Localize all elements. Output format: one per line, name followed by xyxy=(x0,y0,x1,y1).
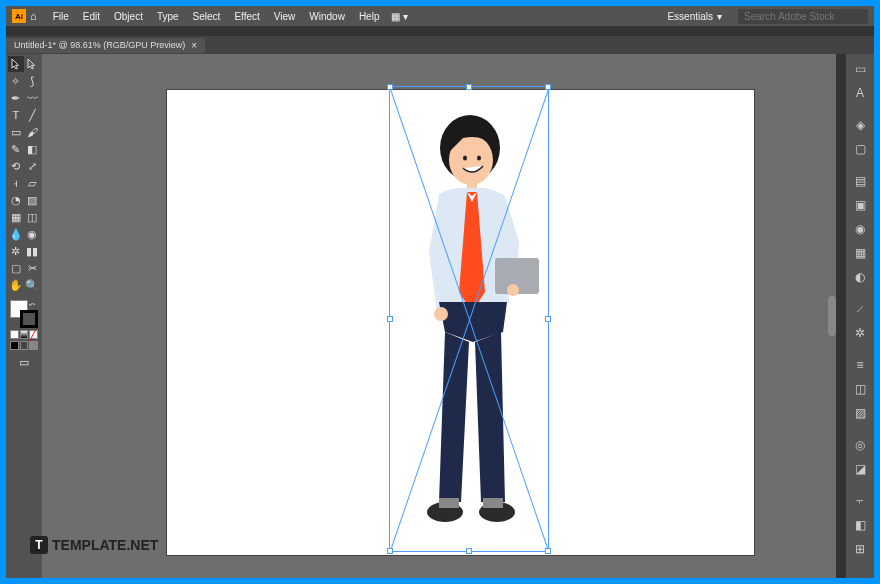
resize-handle-icon[interactable] xyxy=(545,84,551,90)
color-controls: ⤺ ╱ ▭ xyxy=(8,298,40,371)
search-input[interactable] xyxy=(738,9,868,24)
right-dock-strip xyxy=(836,54,846,578)
placed-illustration[interactable] xyxy=(395,102,540,542)
svg-point-6 xyxy=(507,284,519,296)
watermark: T TEMPLATE.NET xyxy=(30,536,158,554)
free-transform-tool-icon[interactable]: ▱ xyxy=(25,175,41,191)
menu-type[interactable]: Type xyxy=(151,9,185,24)
type-tool-icon[interactable]: T xyxy=(8,107,24,123)
color-panel-icon[interactable]: ◉ xyxy=(846,218,874,240)
resize-handle-icon[interactable] xyxy=(466,84,472,90)
arrange-documents-icon[interactable]: ▦ ▾ xyxy=(391,11,408,22)
libraries-panel-icon[interactable]: ▤ xyxy=(846,170,874,192)
menu-effect[interactable]: Effect xyxy=(228,9,265,24)
artboards-panel-icon[interactable]: ▢ xyxy=(846,138,874,160)
perspective-tool-icon[interactable]: ▨ xyxy=(25,192,41,208)
mesh-tool-icon[interactable]: ▦ xyxy=(8,209,24,225)
line-tool-icon[interactable]: ╱ xyxy=(25,107,41,123)
align-panel-icon[interactable]: ⫟ xyxy=(846,490,874,512)
watermark-icon: T xyxy=(30,536,48,554)
swatches-panel-icon[interactable]: ▦ xyxy=(846,242,874,264)
right-panel-dock: ▭ A ◈ ▢ ▤ ▣ ◉ ▦ ◐ ⟋ ✲ ≡ ◫ ▨ ◎ ◪ ⫟ ◧ ⊞ xyxy=(846,54,874,578)
transparency-panel-icon[interactable]: ▨ xyxy=(846,402,874,424)
resize-handle-icon[interactable] xyxy=(545,548,551,554)
scrollbar-thumb[interactable] xyxy=(828,296,836,336)
resize-handle-icon[interactable] xyxy=(387,548,393,554)
document-tab[interactable]: Untitled-1* @ 98.61% (RGB/GPU Preview) × xyxy=(6,38,205,53)
app-logo-icon[interactable]: Ai xyxy=(12,9,26,23)
graphic-styles-panel-icon[interactable]: ◪ xyxy=(846,458,874,480)
draw-inside-icon[interactable] xyxy=(29,341,38,350)
home-icon[interactable]: ⌂ xyxy=(30,10,37,22)
gradient-mode-icon[interactable] xyxy=(20,330,29,339)
eraser-tool-icon[interactable]: ◧ xyxy=(25,141,41,157)
gradient-tool-icon[interactable]: ◫ xyxy=(25,209,41,225)
menu-file[interactable]: File xyxy=(47,9,75,24)
screen-mode-icon[interactable]: ▭ xyxy=(10,356,38,369)
swap-fill-stroke-icon[interactable]: ⤺ xyxy=(29,300,36,309)
appearance-panel-icon[interactable]: ◎ xyxy=(846,434,874,456)
menu-object[interactable]: Object xyxy=(108,9,149,24)
resize-handle-icon[interactable] xyxy=(466,548,472,554)
scale-tool-icon[interactable]: ⤢ xyxy=(25,158,41,174)
svg-point-2 xyxy=(463,156,467,161)
color-mode-icon[interactable] xyxy=(10,330,19,339)
symbol-sprayer-tool-icon[interactable]: ✲ xyxy=(8,243,24,259)
stroke-color-icon[interactable] xyxy=(20,310,38,328)
pathfinder-panel-icon[interactable]: ◧ xyxy=(846,514,874,536)
shaper-tool-icon[interactable]: ✎ xyxy=(8,141,24,157)
menu-select[interactable]: Select xyxy=(187,9,227,24)
color-guide-panel-icon[interactable]: ◐ xyxy=(846,266,874,288)
control-bar xyxy=(6,26,874,36)
main-area: ✧⟆ ✒〰 T╱ ▭🖌 ✎◧ ⟲⤢ ⫞▱ ◔▨ ▦◫ 💧◉ ✲▮▮ ▢✂ ✋🔍 … xyxy=(6,54,874,578)
tab-label: Untitled-1* @ 98.61% (RGB/GPU Preview) xyxy=(14,40,185,50)
workspace-switcher[interactable]: Essentials ▾ xyxy=(659,9,730,24)
pen-tool-icon[interactable]: ✒ xyxy=(8,90,24,106)
shape-builder-tool-icon[interactable]: ◔ xyxy=(8,192,24,208)
rotate-tool-icon[interactable]: ⟲ xyxy=(8,158,24,174)
slice-tool-icon[interactable]: ✂ xyxy=(25,260,41,276)
symbols-panel-icon[interactable]: ✲ xyxy=(846,322,874,344)
menu-view[interactable]: View xyxy=(268,9,302,24)
draw-behind-icon[interactable] xyxy=(20,341,29,350)
direct-selection-tool-icon[interactable] xyxy=(25,56,41,72)
none-mode-icon[interactable]: ╱ xyxy=(29,330,38,339)
draw-normal-icon[interactable] xyxy=(10,341,19,350)
canvas[interactable] xyxy=(42,54,836,578)
transform-panel-icon[interactable]: ⊞ xyxy=(846,538,874,560)
rectangle-tool-icon[interactable]: ▭ xyxy=(8,124,24,140)
brushes-panel-icon[interactable]: ⟋ xyxy=(846,298,874,320)
gradient-panel-icon[interactable]: ◫ xyxy=(846,378,874,400)
eyedropper-tool-icon[interactable]: 💧 xyxy=(8,226,24,242)
curvature-tool-icon[interactable]: 〰 xyxy=(25,90,41,106)
paintbrush-tool-icon[interactable]: 🖌 xyxy=(25,124,41,140)
zoom-tool-icon[interactable]: 🔍 xyxy=(25,277,41,293)
resize-handle-icon[interactable] xyxy=(387,84,393,90)
menu-edit[interactable]: Edit xyxy=(77,9,106,24)
hand-tool-icon[interactable]: ✋ xyxy=(8,277,24,293)
column-graph-tool-icon[interactable]: ▮▮ xyxy=(25,243,41,259)
stroke-panel-icon[interactable]: ≡ xyxy=(846,354,874,376)
asset-export-panel-icon[interactable]: ▣ xyxy=(846,194,874,216)
width-tool-icon[interactable]: ⫞ xyxy=(8,175,24,191)
artboard-tool-icon[interactable]: ▢ xyxy=(8,260,24,276)
properties-panel-icon[interactable]: ▭ xyxy=(846,58,874,80)
svg-point-11 xyxy=(434,307,448,321)
fill-stroke-swatch[interactable]: ⤺ xyxy=(10,300,38,328)
menu-help[interactable]: Help xyxy=(353,9,386,24)
blend-tool-icon[interactable]: ◉ xyxy=(25,226,41,242)
artboard xyxy=(167,90,754,555)
layers-panel-icon[interactable]: ◈ xyxy=(846,114,874,136)
lasso-tool-icon[interactable]: ⟆ xyxy=(25,73,41,89)
selection-tool-icon[interactable] xyxy=(8,56,24,72)
character-panel-icon[interactable]: A xyxy=(846,82,874,104)
magic-wand-tool-icon[interactable]: ✧ xyxy=(8,73,24,89)
resize-handle-icon[interactable] xyxy=(545,316,551,322)
chevron-down-icon: ▾ xyxy=(717,11,722,22)
document-tab-bar: Untitled-1* @ 98.61% (RGB/GPU Preview) × xyxy=(6,36,874,54)
resize-handle-icon[interactable] xyxy=(387,316,393,322)
close-icon[interactable]: × xyxy=(191,40,197,51)
toolbox: ✧⟆ ✒〰 T╱ ▭🖌 ✎◧ ⟲⤢ ⫞▱ ◔▨ ▦◫ 💧◉ ✲▮▮ ▢✂ ✋🔍 … xyxy=(6,54,42,578)
menu-window[interactable]: Window xyxy=(303,9,351,24)
svg-rect-10 xyxy=(483,498,503,508)
